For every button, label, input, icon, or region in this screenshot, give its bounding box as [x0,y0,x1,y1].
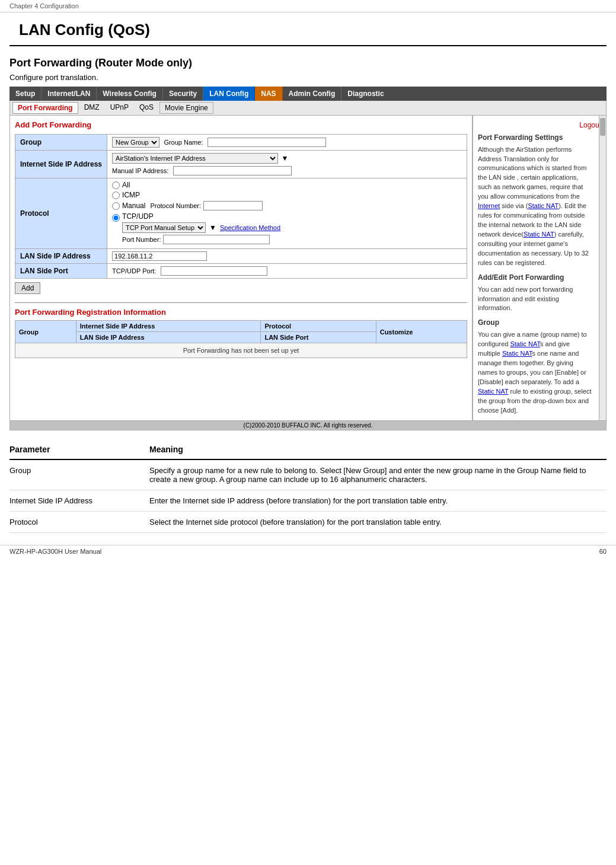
lan-port-row: LAN Side Port TCP/UDP Port: [15,264,467,279]
sub-nav: Port Forwarding DMZ UPnP QoS Movie Engin… [9,101,607,116]
help-port-forwarding-text: Although the AirStation performs Address… [478,145,593,268]
left-panel: Add Port Forwarding Group New Group Grou… [10,116,473,420]
reg-col-lan-ip: LAN Side IP Address [76,332,261,343]
meaning-cell: Enter the Internet side IP address (befo… [140,490,607,511]
group-dropdown[interactable]: New Group [112,137,159,148]
lan-port-controls: TCP/UDP Port: [107,264,467,279]
help-add-edit-text: You can add new port forwarding informat… [478,285,593,314]
protocol-all-label: All [122,181,130,189]
sub-nav-movie-engine[interactable]: Movie Engine [159,102,213,114]
section-title: Port Forwarding (Router Mode only) [9,57,607,69]
protocol-manual-radio[interactable] [112,202,120,210]
nav-item-setup[interactable]: Setup [9,87,42,101]
page-footer: WZR-HP-AG300H User Manual 60 [0,545,616,557]
param-row: Group Specify a group name for a new rul… [9,459,607,490]
group-name-input[interactable] [208,138,326,147]
registration-table: Group Internet Side IP Address Protocol … [15,320,467,358]
scroll-thumb [600,118,605,136]
sub-nav-qos[interactable]: QoS [135,102,158,114]
lan-ip-row: LAN Side IP Address [15,249,467,264]
protocol-tcpudp-radio[interactable] [112,214,120,222]
tcp-dropdown-arrow: ▼ [209,224,216,232]
param-cell: Group [9,459,140,490]
nav-item-admin-config[interactable]: Admin Config [283,87,342,101]
dropdown-arrow-icon: ▼ [281,154,288,162]
protocol-manual-label: Manual [122,202,145,210]
reg-col-customize: Customize [376,321,467,343]
spec-method-link[interactable]: Specification Method [220,224,280,231]
port-number-label: Port Number: [122,236,161,243]
tcp-setup-dropdown[interactable]: TCP Port Manual Setup [122,222,206,233]
section-desc: Configure port translation. [9,73,607,82]
param-header-row: Parameter Meaning [9,440,607,459]
main-content-area: Add Port Forwarding Group New Group Grou… [9,116,607,421]
add-button[interactable]: Add [15,282,40,294]
param-row: Protocol Select the Internet side protoc… [9,511,607,532]
nav-item-security[interactable]: Security [163,87,203,101]
param-row: Internet Side IP Address Enter the Inter… [9,490,607,511]
help-group-title: Group [478,318,593,328]
page-number: 60 [599,548,607,555]
nav-item-nas[interactable]: NAS [255,87,282,101]
param-cell: Protocol [9,511,140,532]
add-port-forwarding-title: Add Port Forwarding [15,120,467,129]
help-port-forwarding-title: Port Forwarding Settings [478,133,593,143]
lan-ip-controls [107,249,467,264]
port-number-input[interactable] [163,235,270,244]
group-label: Group [15,135,107,151]
internet-ip-label: Internet Side IP Address [15,151,107,178]
protocol-label: Protocol [15,178,107,249]
reg-col-protocol: Protocol [261,321,376,332]
protocol-all-radio[interactable] [112,181,120,189]
nav-item-wireless-config[interactable]: Wireless Config [97,87,163,101]
group-row: Group New Group Group Name: [15,135,467,151]
reg-no-data: Port Forwarding has not been set up yet [15,343,467,358]
scrollbar[interactable] [599,116,606,420]
group-name-label: Group Name: [164,139,203,146]
protocol-controls: All ICMP Manual Protocol Number: [107,178,467,249]
divider [15,302,467,303]
reg-col-group: Group [15,321,76,343]
reg-section-title: Port Forwarding Registration Information [15,308,467,317]
sub-nav-dmz[interactable]: DMZ [79,102,104,114]
help-add-edit-title: Add/Edit Port Forwarding [478,273,593,283]
protocol-row: Protocol All ICMP Manual [15,178,467,249]
tcpudp-port-label: TCP/UDP Port: [112,267,156,274]
help-group-text: You can give a name (group name) to conf… [478,330,593,415]
protocol-number-label: Protocol Number: [150,202,201,209]
manual-label: WZR-HP-AG300H User Manual [9,548,101,555]
manual-ip-label: Manual IP Address: [112,167,168,174]
protocol-icmp-radio[interactable] [112,191,120,199]
right-panel: Logout Port Forwarding Settings Although… [473,116,606,420]
reg-header-row: Group Internet Side IP Address Protocol … [15,321,467,332]
manual-ip-input[interactable] [173,166,292,175]
logout-link[interactable]: Logout [478,120,601,130]
param-cell: Internet Side IP Address [9,490,140,511]
internet-ip-dropdown[interactable]: AirStation's Internet IP Address [112,153,278,164]
reg-no-data-row: Port Forwarding has not been set up yet [15,343,467,358]
protocol-number-input[interactable] [203,201,263,210]
nav-bar: Setup Internet/LAN Wireless Config Secur… [9,87,607,430]
sub-nav-port-forwarding[interactable]: Port Forwarding [12,102,78,114]
param-table: Parameter Meaning Group Specify a group … [9,440,607,533]
nav-item-lan-config[interactable]: LAN Config [203,87,255,101]
chapter-label: Chapter 4 Configuration [9,2,79,9]
page-title-container: LAN Config (QoS) [9,12,607,46]
lan-ip-label: LAN Side IP Address [15,249,107,264]
tcpudp-port-input[interactable] [161,266,267,276]
lan-port-label: LAN Side Port [15,264,107,279]
sub-nav-upnp[interactable]: UPnP [106,102,133,114]
meaning-cell: Select the Internet side protocol (befor… [140,511,607,532]
param-section: Parameter Meaning Group Specify a group … [0,430,616,542]
nav-item-diagnostic[interactable]: Diagnostic [341,87,390,101]
port-forwarding-form: Group New Group Group Name: Internet Sid… [15,134,467,279]
protocol-tcpudp-label: TCP/UDP [122,212,154,221]
lan-ip-input[interactable] [112,251,207,261]
protocol-icmp-label: ICMP [122,191,140,199]
nav-item-internet-lan[interactable]: Internet/LAN [42,87,97,101]
page-title: LAN Config (QoS) [19,21,597,39]
reg-col-internet-ip: Internet Side IP Address [76,321,261,332]
param-col-header: Parameter [9,440,140,459]
reg-col-lan-port: LAN Side Port [261,332,376,343]
internet-ip-controls: AirStation's Internet IP Address ▼ Manua… [107,151,467,178]
